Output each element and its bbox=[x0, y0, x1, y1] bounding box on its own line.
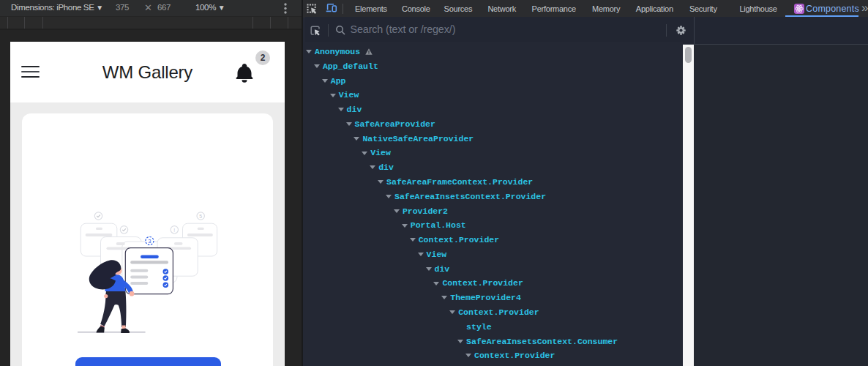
svg-text:5: 5 bbox=[199, 214, 202, 219]
svg-text:3: 3 bbox=[148, 239, 151, 244]
svg-text:!: ! bbox=[173, 228, 175, 233]
